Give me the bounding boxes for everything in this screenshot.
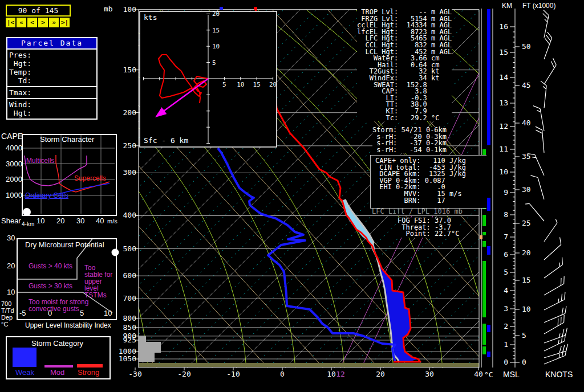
microburst-ycaption-700: 700: [1, 301, 11, 307]
microburst-tick-10x: 10: [104, 309, 112, 317]
multicells-label: Multicells: [26, 157, 54, 164]
ft-tick-label: 50: [522, 42, 531, 51]
ft-tick-label: 0: [522, 358, 526, 366]
storm-helicity-block: Storm: 54/21 0-6km s-rH: -20 0-3km s-rH:…: [372, 127, 447, 153]
km-tick-label: 4: [504, 286, 508, 295]
indices_block-line: Tc: 29.2 °C: [357, 115, 452, 122]
surface-layer-bar: [139, 363, 479, 367]
km-tick-label: 5: [504, 268, 508, 276]
green-layer-bar: [482, 215, 486, 226]
sounding-counter: 90 of 145: [6, 5, 71, 17]
dewpoint-top-marker: [220, 7, 223, 10]
supercells-label: Supercells: [74, 175, 106, 182]
nav-button-step[interactable]: »: [49, 18, 59, 27]
microburst-x-caption: Upper Level Instability Index: [25, 322, 111, 329]
ordinary-cells-label: Ordinary Cells: [25, 192, 68, 199]
parcel-field: Hgt:: [9, 109, 95, 117]
km-tick-label: 3: [504, 304, 508, 313]
wind-barb: [538, 32, 553, 59]
gusts-40-label: Gusts > 40 kts: [29, 263, 72, 270]
microburst-ycaption-ttd: T/Td: [1, 308, 14, 314]
hodograph-y-tick-label: 5: [212, 59, 216, 67]
blue-layer-bar: [487, 198, 490, 211]
km-tick-label: 1: [504, 340, 508, 349]
wind-barb: [542, 344, 570, 358]
nav-button-|<[interactable]: |<: [6, 18, 15, 27]
nav-button-step[interactable]: «: [17, 18, 26, 27]
green-layer-bar: [482, 261, 486, 317]
temperature-tick-label: 20: [376, 370, 385, 378]
temperature-tick-label: -30: [128, 370, 141, 378]
ft-tick-label: 20: [522, 248, 531, 257]
km-tick-label: 0: [504, 358, 508, 366]
blue-layer-bar: [487, 9, 490, 145]
green-layer-bar: [482, 346, 486, 354]
wind-barb: [541, 257, 566, 278]
shear-tick-20: 20: [56, 217, 64, 224]
wind-barb: [541, 292, 568, 310]
parcel-data-panel: Parcel Data Pres: Hgt:Temp: Td:Tmax:Wind…: [6, 37, 98, 120]
cape-tick-3000: 3000: [6, 160, 22, 168]
storm-character-title: Storm Character: [40, 136, 94, 143]
cape-tick-4000: 4000: [6, 144, 22, 152]
parcel-data-title: Parcel Data: [7, 38, 96, 50]
wind-barb: [541, 219, 558, 242]
temp-unit-label: °C: [484, 371, 493, 378]
wind-barb: [538, 81, 547, 108]
temperature-tick-label: 30: [425, 370, 434, 378]
ft-tick-label: 40: [522, 119, 531, 127]
hodograph-x-tick-label: 5: [222, 81, 226, 88]
hodograph-y-tick-label: 20: [212, 10, 220, 18]
pressure-tick-label: 300: [123, 168, 136, 177]
gusts-30-label: Gusts > 30 kts: [29, 283, 72, 289]
shear-axis-sublabel: 4-km: [22, 221, 34, 227]
pressure-tick-label: 500: [123, 244, 136, 253]
green-layer-bar: [482, 324, 486, 345]
pressure-tick-label: 150: [123, 66, 136, 74]
wind-barb: [536, 126, 544, 153]
green-layer-bar: [482, 232, 486, 235]
wind-barb: [542, 307, 569, 322]
weak-label: Weak: [15, 369, 34, 376]
nav-button-<[interactable]: <: [27, 18, 37, 27]
dry-microburst-title: Dry Microburst Potential: [25, 241, 104, 248]
sounding-navigation: |<«<>»>|: [6, 18, 70, 27]
blue-layer-bar: [487, 246, 490, 255]
hodograph-y-tick-label: 10: [212, 43, 220, 50]
pressure-unit-label: mb: [104, 5, 113, 13]
lfc-lift-note: LFC Lift / LPL 1016 mb: [372, 209, 463, 215]
cape-cin-block: CAPE+ only: 110 J/kg CIN total: -453 J/k…: [375, 158, 466, 204]
temperature-tick-label: -10: [226, 370, 240, 378]
km-tick-label: 11: [499, 145, 508, 153]
shear-tick-30: 30: [76, 217, 84, 224]
km-tick-label: 16: [499, 22, 508, 31]
parcel-field: Pres:: [9, 51, 95, 59]
too-moist-label: Too moist for strong convective gusts: [29, 299, 96, 312]
pressure-tick-label: 925: [123, 336, 136, 344]
orange-level-marker: [480, 235, 482, 239]
pressure-tick-label: 700: [123, 294, 136, 303]
nav-button->[interactable]: >: [38, 18, 48, 27]
pressure-tick-label: 800: [123, 314, 136, 322]
fog_block-line: Point: 22.7°C: [398, 231, 459, 238]
shear-tick-40: 40: [96, 217, 104, 224]
ft-tick-label: 30: [522, 185, 531, 194]
wind-barb: [530, 174, 544, 201]
storm_block-line: s-rH: -54 0-1km: [372, 147, 447, 154]
hodograph-layer-label: Sfc - 6 km: [144, 137, 188, 144]
too-stable-label: Too stable for upper level TSTMs: [84, 264, 115, 299]
km-tick-label: 14: [499, 73, 508, 81]
green-layer-bar: [482, 241, 486, 247]
blue-layer-bar: [487, 325, 490, 332]
km-tick-label: 12: [499, 122, 508, 130]
shear-tick-10: 10: [36, 217, 44, 224]
temperature-tick-label: 10: [327, 370, 336, 378]
terrain-profile: [139, 336, 161, 362]
ft-header: FT (x1000): [522, 2, 555, 10]
nav-button->|[interactable]: >|: [60, 18, 70, 27]
strong-category-swatch: [77, 364, 103, 368]
km-tick-label: 6: [504, 250, 508, 259]
weak-category-swatch: [13, 348, 36, 367]
hodograph-x-tick-label: 20: [269, 81, 277, 88]
wind-barb: [538, 10, 550, 38]
